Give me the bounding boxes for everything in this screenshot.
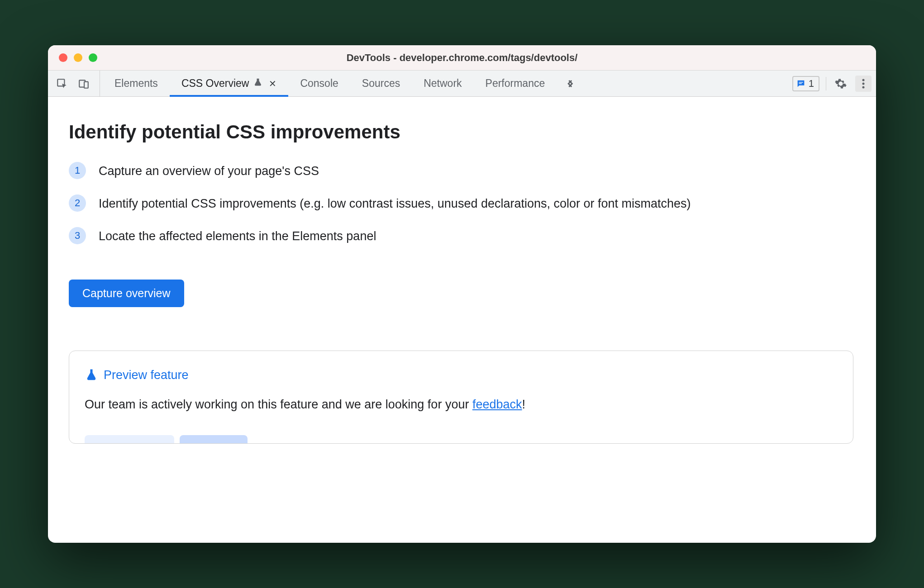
kebab-icon <box>862 78 865 89</box>
svg-point-6 <box>862 82 865 85</box>
panel-content: Identify potential CSS improvements 1 Ca… <box>48 97 876 543</box>
tab-network[interactable]: Network <box>412 71 473 96</box>
tab-label: Network <box>424 77 462 90</box>
chat-icon <box>796 79 806 89</box>
tab-label: Performance <box>486 77 545 90</box>
more-options-button[interactable] <box>855 76 872 92</box>
partial-content-peek <box>85 435 248 443</box>
svg-point-7 <box>862 86 865 88</box>
svg-rect-3 <box>799 82 803 82</box>
more-tabs-button[interactable] <box>557 71 586 96</box>
tab-sources[interactable]: Sources <box>350 71 412 96</box>
tab-console[interactable]: Console <box>288 71 350 96</box>
gear-icon <box>834 77 847 90</box>
tab-label: Console <box>300 77 338 90</box>
step-number: 2 <box>69 194 86 212</box>
preview-text-post: ! <box>522 398 526 411</box>
step-number: 3 <box>69 227 86 244</box>
settings-button[interactable] <box>833 76 849 92</box>
step-text: Capture an overview of your page's CSS <box>99 162 319 181</box>
devtools-toolbar: Elements CSS Overview ✕ Console Sources … <box>48 71 876 97</box>
step-item: 2 Identify potential CSS improvements (e… <box>69 194 855 213</box>
feedback-link[interactable]: feedback <box>472 398 522 411</box>
tab-label: CSS Overview <box>181 77 249 90</box>
titlebar: DevTools - developer.chrome.com/tags/dev… <box>48 45 876 71</box>
traffic-lights <box>48 53 97 62</box>
divider <box>826 77 826 90</box>
capture-overview-button[interactable]: Capture overview <box>69 280 184 307</box>
devtools-window: DevTools - developer.chrome.com/tags/dev… <box>48 45 876 543</box>
svg-point-5 <box>862 79 865 81</box>
step-item: 1 Capture an overview of your page's CSS <box>69 162 855 181</box>
flask-icon <box>253 77 262 90</box>
tab-elements[interactable]: Elements <box>103 71 170 96</box>
close-tab-icon[interactable]: ✕ <box>267 78 276 89</box>
panel-tabs: Elements CSS Overview ✕ Console Sources … <box>103 71 787 96</box>
tab-css-overview[interactable]: CSS Overview ✕ <box>170 71 289 96</box>
step-text: Identify potential CSS improvements (e.g… <box>99 194 691 213</box>
svg-rect-4 <box>799 83 801 84</box>
device-toggle-icon[interactable] <box>77 77 90 90</box>
issues-count: 1 <box>809 78 814 90</box>
tab-label: Sources <box>362 77 400 90</box>
page-heading: Identify potential CSS improvements <box>69 121 855 143</box>
peek-segment <box>180 435 248 443</box>
window-title: DevTools - developer.chrome.com/tags/dev… <box>48 52 876 64</box>
tab-label: Elements <box>114 77 158 90</box>
tab-performance[interactable]: Performance <box>474 71 557 96</box>
inspect-element-icon[interactable] <box>55 77 69 90</box>
step-item: 3 Locate the affected elements in the El… <box>69 227 855 246</box>
step-text: Locate the affected elements in the Elem… <box>99 227 376 246</box>
preview-feature-card: Preview feature Our team is actively wor… <box>69 351 853 444</box>
maximize-window-button[interactable] <box>89 53 97 62</box>
steps-list: 1 Capture an overview of your page's CSS… <box>69 162 855 246</box>
toolbar-left-group <box>55 71 100 96</box>
minimize-window-button[interactable] <box>74 53 82 62</box>
close-window-button[interactable] <box>59 53 67 62</box>
preview-title: Preview feature <box>104 368 189 382</box>
step-number: 1 <box>69 162 86 179</box>
svg-rect-2 <box>84 81 88 88</box>
peek-segment <box>85 435 174 443</box>
preview-text-pre: Our team is actively working on this fea… <box>85 398 472 411</box>
toolbar-right-group: 1 <box>787 71 872 96</box>
preview-body: Our team is actively working on this fea… <box>85 398 838 412</box>
issues-badge[interactable]: 1 <box>792 76 819 91</box>
flask-icon <box>85 368 98 382</box>
preview-heading: Preview feature <box>85 368 838 382</box>
